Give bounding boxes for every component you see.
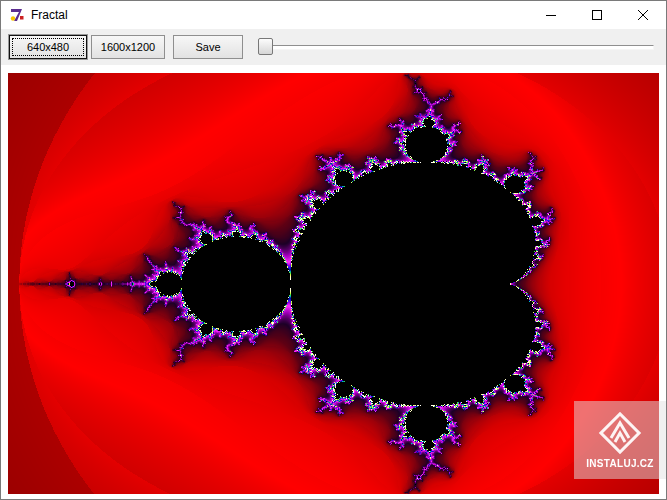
- resolution-640x480-button[interactable]: 640x480: [9, 35, 87, 59]
- slider-thumb[interactable]: [258, 38, 273, 55]
- maximize-icon: [592, 10, 602, 20]
- client-area: INSTALUJ.CZ: [1, 65, 666, 499]
- minimize-button[interactable]: [528, 1, 574, 29]
- toolbar: 640x480 1600x1200 Save: [1, 29, 666, 65]
- instaluj-logo-icon: [598, 411, 642, 455]
- window-title: Fractal: [31, 8, 68, 22]
- slider-track[interactable]: [259, 45, 654, 50]
- zoom-slider[interactable]: [257, 35, 656, 59]
- window: Fractal 640x480 1600x1200 Sa: [0, 0, 667, 500]
- titlebar: Fractal: [1, 1, 666, 29]
- app-icon: [9, 7, 25, 23]
- minimize-icon: [546, 10, 556, 20]
- resolution-1600x1200-button[interactable]: 1600x1200: [91, 35, 165, 59]
- watermark: INSTALUJ.CZ: [574, 401, 666, 479]
- close-icon: [638, 10, 648, 20]
- window-controls: [528, 1, 666, 29]
- close-button[interactable]: [620, 1, 666, 29]
- watermark-text: INSTALUJ.CZ: [586, 458, 654, 469]
- save-button[interactable]: Save: [173, 35, 243, 59]
- maximize-button[interactable]: [574, 1, 620, 29]
- fractal-view: [8, 73, 659, 494]
- fractal-canvas: [8, 73, 659, 494]
